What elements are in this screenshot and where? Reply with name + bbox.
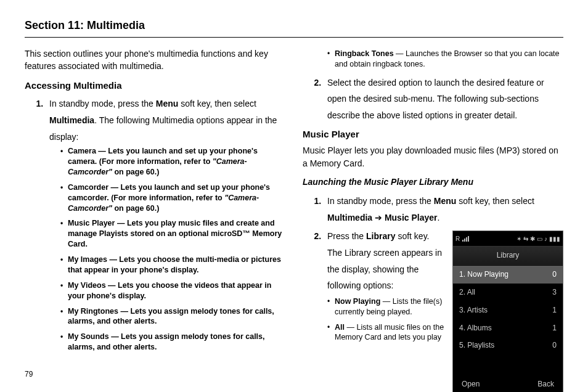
step-2: Select the desired option to launch the … xyxy=(324,75,563,124)
option-camera: Camera — Lets you launch and set up your… xyxy=(60,146,285,178)
roaming-indicator: R xyxy=(455,233,460,245)
menu-label: 2. All xyxy=(459,285,475,300)
option-name: Camera xyxy=(68,147,96,155)
manual-page: Section 11: Multimedia This section outl… xyxy=(0,0,588,392)
option-my-ringtones: My Ringtones — Lets you assign melody to… xyxy=(60,306,285,327)
phone-library-menu: 1. Now Playing0 2. All3 3. Artists1 4. A… xyxy=(453,265,563,355)
menu-item-all[interactable]: 2. All3 xyxy=(453,284,563,301)
left-column: This section outlines your phone's multi… xyxy=(25,47,285,392)
text: In standby mode, press the xyxy=(49,99,156,108)
phone-screenshot: R ✶ ⇆ ✱ ▭ ♪ ▮▮▮ xyxy=(452,231,563,392)
option-name: My Sounds xyxy=(68,332,109,341)
menu-value: 1 xyxy=(552,321,557,335)
menu-item-now-playing[interactable]: 1. Now Playing0 xyxy=(453,266,563,284)
menu-item-artists[interactable]: 3. Artists1 xyxy=(453,301,563,319)
bluetooth-icon: ✱ xyxy=(530,233,535,245)
card-icon: ▭ xyxy=(537,233,542,245)
battery-icon: ▮▮▮ xyxy=(549,233,560,245)
option-name: Music Player xyxy=(68,219,115,227)
page-number: 79 xyxy=(25,369,33,380)
music-player-intro: Music Player lets you play downloaded mu… xyxy=(303,144,563,169)
right-column: Ringback Tones — Launches the Browser so… xyxy=(303,47,563,392)
menu-value: 1 xyxy=(552,303,557,317)
option-desc: — Lists all music files on the Memory Ca… xyxy=(335,323,444,342)
heading-launching-library: Launching the Music Player Library Menu xyxy=(303,176,563,188)
option-ringback-tones: Ringback Tones — Launches the Browser so… xyxy=(327,49,563,70)
option-my-sounds: My Sounds — Lets you assign melody tones… xyxy=(60,332,285,353)
option-camcorder: Camcorder — Lets you launch and set up y… xyxy=(60,182,285,214)
option-name: All xyxy=(335,323,345,332)
menu-label: 1. Now Playing xyxy=(459,267,508,282)
option-name: Ringback Tones xyxy=(335,49,394,58)
softkey-back[interactable]: Back xyxy=(537,377,554,391)
status-icon: ✶ xyxy=(517,233,521,245)
accessing-steps-continued: Select the desired option to launch the … xyxy=(303,75,563,124)
status-icon: ⇆ xyxy=(523,233,528,245)
multimedia-options-list-continued: Ringback Tones — Launches the Browser so… xyxy=(327,49,563,70)
menu-item-playlists[interactable]: 5. Playlists0 xyxy=(453,337,563,354)
menu-key-label: Menu xyxy=(434,196,457,206)
phone-screen-title: Library xyxy=(453,246,563,265)
menu-value: 3 xyxy=(552,285,557,300)
text: soft key, then select xyxy=(456,196,534,206)
mp-step-1: In standby mode, press the Menu soft key… xyxy=(324,193,563,226)
step-1: In standby mode, press the Menu soft key… xyxy=(46,96,285,353)
option-my-videos: My Videos — Lets you choose the videos t… xyxy=(60,280,285,301)
menu-label: 5. Playlists xyxy=(459,338,494,353)
option-name: My Ringtones xyxy=(68,307,118,316)
path-arrow-icon: ➔ xyxy=(372,213,385,223)
option-name: My Images xyxy=(68,255,107,264)
library-option-now-playing: Now Playing — Lists the file(s) currentl… xyxy=(327,296,461,317)
menu-key-label: Menu xyxy=(156,99,179,108)
heading-music-player: Music Player xyxy=(303,128,563,141)
library-option-all: All — Lists all music files on the Memor… xyxy=(327,322,461,343)
softkey-open[interactable]: Open xyxy=(462,377,480,391)
menu-value: 0 xyxy=(552,338,557,353)
signal-icon xyxy=(462,236,469,242)
option-my-images: My Images — Lets you choose the multi-me… xyxy=(60,255,285,276)
section-intro: This section outlines your phone's multi… xyxy=(25,47,285,73)
text: . xyxy=(438,213,440,223)
music-icon: ♪ xyxy=(544,233,547,245)
path-segment: Multimedia xyxy=(327,213,372,223)
option-music-player: Music Player — Lets you play music files… xyxy=(60,218,285,250)
step-text: Select the desired option to launch the … xyxy=(327,78,544,120)
accessing-steps: In standby mode, press the Menu soft key… xyxy=(25,96,285,353)
text: Press the xyxy=(327,231,366,241)
multimedia-options-list: Camera — Lets you launch and set up your… xyxy=(60,146,285,353)
option-tail: on page 60.) xyxy=(112,168,159,176)
two-column-layout: This section outlines your phone's multi… xyxy=(25,47,563,392)
text: In standby mode, press the xyxy=(327,196,434,206)
library-key-label: Library xyxy=(366,231,395,241)
option-name: Now Playing xyxy=(335,297,380,306)
title-rule xyxy=(25,37,563,38)
music-player-steps: In standby mode, press the Menu soft key… xyxy=(303,193,563,392)
multimedia-label: Multimedia xyxy=(49,115,94,125)
phone-status-bar: R ✶ ⇆ ✱ ▭ ♪ ▮▮▮ xyxy=(453,231,563,246)
heading-accessing-multimedia: Accessing Multimedia xyxy=(25,79,285,92)
path-segment: Music Player xyxy=(385,213,438,223)
section-title: Section 11: Multimedia xyxy=(25,17,563,33)
text: soft key, then select xyxy=(178,99,256,108)
mp-step-2: R ✶ ⇆ ✱ ▭ ♪ ▮▮▮ xyxy=(324,228,563,392)
option-name: My Videos xyxy=(68,281,106,290)
menu-value: 0 xyxy=(552,267,557,282)
menu-item-albums[interactable]: 4. Albums1 xyxy=(453,319,563,337)
option-tail: on page 60.) xyxy=(112,204,159,213)
menu-label: 4. Albums xyxy=(459,321,492,335)
option-name: Camcorder xyxy=(68,183,108,192)
menu-label: 3. Artists xyxy=(459,303,488,317)
